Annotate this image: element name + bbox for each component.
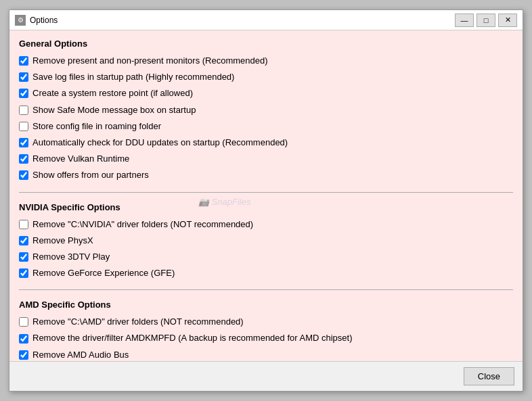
list-item: Show Safe Mode message box on startup xyxy=(19,103,513,117)
label-n1[interactable]: Remove "C:\NVIDIA" driver folders (NOT r… xyxy=(32,218,253,231)
list-item: Remove "C:\AMD" driver folders (NOT reco… xyxy=(19,315,513,329)
amd-options-section: AMD Specific Options Remove "C:\AMD" dri… xyxy=(19,300,513,361)
label-a1[interactable]: Remove "C:\AMD" driver folders (NOT reco… xyxy=(32,316,244,328)
title-bar: ⚙ Options — □ ✕ xyxy=(9,10,523,30)
label-g7[interactable]: Remove Vulkan Runtime xyxy=(32,153,129,165)
checkbox-g1[interactable] xyxy=(19,56,28,66)
label-n4[interactable]: Remove GeForce Experience (GFE) xyxy=(32,267,175,279)
general-options-title: General Options xyxy=(19,39,513,49)
app-icon: ⚙ xyxy=(15,15,26,26)
general-options-section: General Options Remove present and non-p… xyxy=(19,39,513,183)
checkbox-a2[interactable] xyxy=(19,334,28,344)
list-item: Save log files in startup path (Highly r… xyxy=(19,70,513,84)
amd-options-title: AMD Specific Options xyxy=(19,300,513,310)
checkbox-a3[interactable] xyxy=(19,350,28,360)
checkbox-g7[interactable] xyxy=(19,154,28,164)
close-button[interactable]: Close xyxy=(464,367,514,385)
nvidia-options-section: 📷 SnapFiles NVIDIA Specific Options Remo… xyxy=(19,202,513,281)
checkbox-g6[interactable] xyxy=(19,138,28,147)
checkbox-a1[interactable] xyxy=(19,317,28,327)
divider-1 xyxy=(19,192,513,193)
list-item: Remove PhysX xyxy=(19,234,513,247)
list-item: Show offers from our partners xyxy=(19,168,513,182)
checkbox-n3[interactable] xyxy=(19,252,28,262)
list-item: Create a system restore point (if allowe… xyxy=(19,87,513,100)
checkbox-n1[interactable] xyxy=(19,220,28,229)
checkbox-n4[interactable] xyxy=(19,268,28,278)
divider-2 xyxy=(19,289,513,290)
nvidia-options-title: NVIDIA Specific Options xyxy=(19,202,513,212)
content-area: General Options Remove present and non-p… xyxy=(9,30,523,361)
label-a2[interactable]: Remove the driver/filter AMDKMPFD (A bac… xyxy=(32,332,353,344)
list-item: Remove present and non-present monitors … xyxy=(19,54,513,68)
label-g3[interactable]: Create a system restore point (if allowe… xyxy=(32,87,193,99)
list-item: Remove the driver/filter AMDKMPFD (A bac… xyxy=(19,331,513,345)
list-item: Remove GeForce Experience (GFE) xyxy=(19,266,513,280)
label-g8[interactable]: Show offers from our partners xyxy=(32,169,149,181)
minimize-button[interactable]: — xyxy=(455,14,474,27)
checkbox-g5[interactable] xyxy=(19,122,28,131)
label-g5[interactable]: Store config file in roaming folder xyxy=(32,120,161,133)
label-g6[interactable]: Automatically check for DDU updates on s… xyxy=(32,137,288,149)
checkbox-n2[interactable] xyxy=(19,236,28,245)
list-item: Remove AMD Audio Bus xyxy=(19,348,513,361)
list-item: Remove Vulkan Runtime xyxy=(19,152,513,166)
maximize-button[interactable]: □ xyxy=(476,14,495,27)
title-bar-left: ⚙ Options xyxy=(15,15,58,26)
label-a3[interactable]: Remove AMD Audio Bus xyxy=(32,349,129,361)
label-n3[interactable]: Remove 3DTV Play xyxy=(32,251,110,263)
label-g4[interactable]: Show Safe Mode message box on startup xyxy=(32,104,196,116)
list-item: Remove "C:\NVIDIA" driver folders (NOT r… xyxy=(19,218,513,231)
options-window: ⚙ Options — □ ✕ General Options Remove p… xyxy=(9,9,523,392)
label-g1[interactable]: Remove present and non-present monitors … xyxy=(32,55,268,67)
window-title: Options xyxy=(30,16,58,25)
list-item: Remove 3DTV Play xyxy=(19,250,513,264)
list-item: Automatically check for DDU updates on s… xyxy=(19,136,513,149)
checkbox-g8[interactable] xyxy=(19,170,28,180)
checkbox-g2[interactable] xyxy=(19,72,28,82)
checkbox-g4[interactable] xyxy=(19,105,28,115)
checkbox-g3[interactable] xyxy=(19,89,28,98)
list-item: Store config file in roaming folder xyxy=(19,120,513,133)
title-bar-controls: — □ ✕ xyxy=(455,14,517,27)
label-n2[interactable]: Remove PhysX xyxy=(32,235,93,247)
footer: Close xyxy=(9,361,523,391)
label-g2[interactable]: Save log files in startup path (Highly r… xyxy=(32,71,234,83)
window-close-button[interactable]: ✕ xyxy=(498,14,517,27)
